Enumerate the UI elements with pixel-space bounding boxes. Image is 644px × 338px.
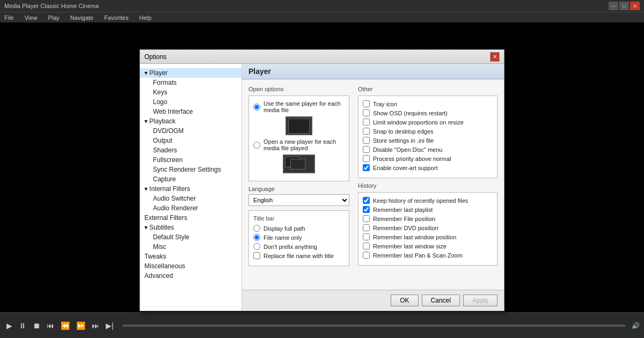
tree-item-audio-renderer[interactable]: Audio Renderer bbox=[140, 203, 241, 213]
next-button[interactable]: ⏭ bbox=[90, 320, 101, 331]
radio-new-player: Open a new player for each media file pl… bbox=[253, 138, 345, 151]
tree-item-default-style[interactable]: Default Style bbox=[140, 232, 241, 242]
tree-item-formats[interactable]: Formats bbox=[140, 78, 241, 87]
check-keep-history-label: Keep history of recently opened files bbox=[373, 197, 468, 204]
maximize-button[interactable]: □ bbox=[619, 2, 629, 10]
titlebar-fullpath-label: Display full path bbox=[264, 225, 305, 232]
radio-same-player-label: Use the same player for each media file bbox=[264, 100, 345, 113]
check-store-ini-input[interactable] bbox=[363, 137, 370, 144]
volume-icon: 🔊 bbox=[632, 322, 640, 329]
titlebar-replace-checkbox: Replace file name with title bbox=[253, 252, 345, 259]
check-remember-pan-scan-label: Remember last Pan & Scan Zoom bbox=[373, 252, 463, 259]
dialog-title-bar: Options ✕ bbox=[140, 50, 504, 64]
dialog-title: Options bbox=[144, 53, 166, 61]
radio-same-player-input[interactable] bbox=[253, 104, 260, 111]
check-show-osd-input[interactable] bbox=[363, 109, 370, 116]
ok-button[interactable]: OK bbox=[391, 295, 418, 306]
tree-panel: ▾ Player Formats Keys Logo Web Interface… bbox=[140, 64, 242, 311]
tree-item-advanced[interactable]: Advanced bbox=[140, 271, 241, 281]
titlebar-radio-fullpath-input[interactable] bbox=[253, 225, 260, 232]
check-limit-window-input[interactable] bbox=[363, 119, 370, 126]
check-snap-edges-input[interactable] bbox=[363, 128, 370, 135]
open-options-title: Open options bbox=[248, 86, 349, 92]
tree-item-miscellaneous[interactable]: Miscellaneous bbox=[140, 261, 241, 271]
progress-bar[interactable] bbox=[122, 325, 625, 327]
check-remember-window-size-input[interactable] bbox=[363, 243, 370, 249]
language-select[interactable]: English bbox=[248, 194, 349, 206]
content-header: Player bbox=[242, 64, 504, 79]
tree-item-playback[interactable]: ▾ Playback bbox=[140, 116, 241, 126]
check-store-ini-label: Store settings in .ini file bbox=[373, 137, 434, 144]
apply-button[interactable]: Apply bbox=[463, 295, 497, 306]
tree-item-player[interactable]: ▾ Player bbox=[140, 68, 241, 78]
tree-item-keys[interactable]: Keys bbox=[140, 87, 241, 97]
titlebar-radio-noprefix-input[interactable] bbox=[253, 243, 260, 250]
check-remember-playlist-input[interactable] bbox=[363, 206, 370, 213]
titlebar-replace-label: Replace file name with title bbox=[264, 253, 334, 259]
tree-item-sync-renderer[interactable]: Sync Renderer Settings bbox=[140, 165, 241, 174]
tree-item-subtitles[interactable]: ▾ Subtitles bbox=[140, 223, 241, 232]
close-button[interactable]: ✕ bbox=[630, 2, 640, 10]
content-right: Other Tray icon Show OSD (requires resta… bbox=[358, 86, 497, 283]
menu-play[interactable]: Play bbox=[46, 14, 61, 21]
check-remember-pan-scan-input[interactable] bbox=[363, 252, 370, 259]
titlebar-section-label: Title bar bbox=[253, 215, 345, 222]
forward-button[interactable]: ⏩ bbox=[74, 320, 87, 331]
menu-bar: File View Play Navigate Favorites Help bbox=[0, 12, 644, 23]
play-pause-button[interactable]: ▶ bbox=[4, 320, 14, 331]
pause-button[interactable]: ⏸ bbox=[17, 320, 28, 331]
rewind-button[interactable]: ⏪ bbox=[58, 320, 72, 331]
radio-new-player-input[interactable] bbox=[253, 142, 260, 149]
titlebar-noprefix-label: Don't prefix anything bbox=[264, 244, 317, 250]
tree-item-web-interface[interactable]: Web Interface bbox=[140, 107, 241, 116]
menu-favorites[interactable]: Favorites bbox=[102, 14, 130, 21]
frame-step-button[interactable]: ▶| bbox=[104, 320, 116, 331]
tree-item-shaders[interactable]: Shaders bbox=[140, 145, 241, 155]
check-remember-dvd-pos-label: Remember DVD position bbox=[373, 225, 438, 231]
tree-item-internal-filters[interactable]: ▾ Internal Filters bbox=[140, 184, 241, 194]
player-icon-2 bbox=[283, 155, 315, 173]
check-limit-window: Limit window proportions on resize bbox=[363, 119, 493, 126]
menu-navigate[interactable]: Navigate bbox=[68, 14, 96, 21]
titlebar-radio-fullpath: Display full path bbox=[253, 225, 345, 232]
check-remember-dvd-pos-input[interactable] bbox=[363, 224, 370, 231]
check-process-priority-input[interactable] bbox=[363, 155, 370, 162]
tree-item-audio-switcher[interactable]: Audio Switcher bbox=[140, 194, 241, 203]
stop-button[interactable]: ⏹ bbox=[31, 320, 42, 331]
tree-item-fullscreen[interactable]: Fullscreen bbox=[140, 155, 241, 165]
check-cover-art: Enable cover-art support bbox=[363, 164, 493, 171]
titlebar-replace-input[interactable] bbox=[253, 252, 260, 259]
prev-button[interactable]: ⏮ bbox=[45, 320, 56, 331]
check-remember-file-pos: Remember File position bbox=[363, 215, 493, 222]
tree-item-subtitles-misc[interactable]: Misc bbox=[140, 242, 241, 252]
menu-help[interactable]: Help bbox=[137, 14, 153, 21]
tree-item-logo[interactable]: Logo bbox=[140, 97, 241, 107]
check-remember-window-pos-label: Remember last window position bbox=[373, 234, 456, 240]
check-remember-window-size-label: Remember last window size bbox=[373, 243, 447, 249]
check-keep-history-input[interactable] bbox=[363, 197, 370, 204]
content-body: Open options Use the same player for eac… bbox=[242, 79, 504, 290]
menu-file[interactable]: File bbox=[2, 14, 16, 21]
tree-item-tweaks[interactable]: Tweaks bbox=[140, 252, 241, 261]
dialog-close-button[interactable]: ✕ bbox=[490, 52, 500, 62]
tree-item-output[interactable]: Output bbox=[140, 136, 241, 145]
check-disable-open-disc: Disable "Open Disc" menu bbox=[363, 146, 493, 153]
tree-item-external-filters[interactable]: External Filters bbox=[140, 213, 241, 223]
tree-item-capture[interactable]: Capture bbox=[140, 174, 241, 184]
playback-bar: ▶ ⏸ ⏹ ⏮ ⏪ ⏩ ⏭ ▶| 🔊 bbox=[0, 312, 644, 338]
check-cover-art-input[interactable] bbox=[363, 164, 370, 171]
menu-view[interactable]: View bbox=[23, 14, 40, 21]
cancel-button[interactable]: Cancel bbox=[422, 295, 460, 306]
check-show-osd-label: Show OSD (requires restart) bbox=[373, 110, 448, 116]
check-remember-window-pos-input[interactable] bbox=[363, 233, 370, 240]
check-tray-icon-input[interactable] bbox=[363, 100, 370, 107]
minimize-button[interactable]: ─ bbox=[609, 2, 618, 10]
check-remember-file-pos-input[interactable] bbox=[363, 215, 370, 222]
window-controls: ─ □ ✕ bbox=[609, 2, 640, 10]
app-title-bar: Media Player Classic Home Cinema ─ □ ✕ bbox=[0, 0, 644, 12]
tree-item-dvd-ogm[interactable]: DVD/OGM bbox=[140, 126, 241, 136]
titlebar-radio-filename-input[interactable] bbox=[253, 234, 260, 241]
check-disable-open-disc-input[interactable] bbox=[363, 146, 370, 153]
check-remember-playlist-label: Remember last playlist bbox=[373, 207, 433, 213]
titlebar-radio-filename: File name only bbox=[253, 234, 345, 241]
